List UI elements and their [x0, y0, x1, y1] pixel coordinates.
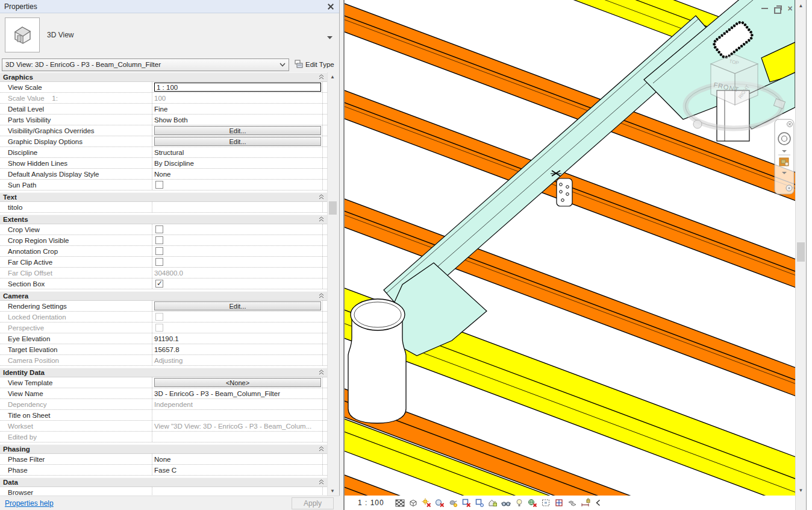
section-header: Graphics — [0, 72, 327, 82]
reveal-constraints-icon[interactable] — [579, 497, 592, 508]
section-label: Camera — [3, 292, 28, 300]
value-text[interactable]: View "3D View: 3D - EnricoG - P3 - Beam_… — [154, 423, 311, 430]
checkbox[interactable] — [155, 313, 163, 321]
scrollbar-thumb[interactable] — [797, 242, 805, 262]
collapse-icon[interactable] — [319, 479, 324, 486]
show-analytical-model-icon[interactable] — [553, 497, 565, 508]
steering-wheel-icon[interactable] — [778, 133, 790, 145]
type-dropdown-icon[interactable] — [326, 34, 333, 41]
checkbox[interactable] — [155, 236, 163, 244]
value-text[interactable]: 3D - EnricoG - P3 - Beam_Column_Filter — [154, 390, 280, 397]
value-text[interactable]: 100 — [154, 95, 166, 102]
property-name: Locked Orientation — [0, 312, 152, 322]
value-button[interactable]: Edit... — [154, 137, 321, 146]
temporary-view-properties-icon[interactable] — [540, 497, 552, 508]
apply-button[interactable]: Apply — [292, 497, 334, 509]
temporary-hide-isolate-icon[interactable] — [500, 497, 512, 508]
property-name: Rendering Settings — [0, 301, 152, 311]
shadows-icon[interactable] — [434, 497, 446, 508]
worksharing-display-icon[interactable] — [526, 497, 539, 508]
collapse-icon[interactable] — [319, 445, 324, 453]
property-name: Visibility/Graphics Overrides — [0, 125, 152, 136]
property-value — [152, 246, 323, 256]
detail-level-icon[interactable] — [407, 497, 419, 508]
properties-help-link[interactable]: Properties help — [5, 499, 54, 508]
checkbox[interactable] — [155, 324, 163, 332]
property-row: Crop View — [0, 224, 327, 235]
navigation-bar[interactable] — [775, 119, 794, 194]
edit-type-button[interactable]: Edit Type — [292, 58, 337, 71]
render-dialog-icon[interactable] — [447, 497, 459, 508]
property-value — [152, 279, 323, 289]
value-text[interactable]: Structural — [154, 149, 184, 156]
value-text[interactable]: Adjusting — [154, 357, 183, 364]
visual-style-icon[interactable] — [394, 497, 406, 508]
value-text[interactable]: By Discipline — [154, 160, 194, 167]
column-cylinder[interactable] — [348, 299, 406, 423]
unlocked-3d-view-icon[interactable] — [487, 497, 499, 508]
checkbox[interactable] — [155, 181, 163, 189]
scroll-down-icon[interactable]: ▼ — [796, 486, 806, 495]
value-text[interactable]: Fase C — [154, 467, 176, 474]
checkbox[interactable] — [155, 258, 163, 266]
navbar-expand-icon[interactable] — [786, 185, 792, 191]
type-icon-button[interactable] — [5, 17, 40, 52]
window-close-icon[interactable]: × — [785, 5, 795, 13]
property-value: 1 : 100 — [152, 82, 323, 92]
collapse-icon[interactable] — [319, 369, 324, 376]
view-selector-combobox[interactable]: 3D View: 3D - EnricoG - P3 - Beam_Column… — [2, 58, 289, 71]
property-row: Detail LevelFine — [0, 104, 327, 115]
panel-scrollbar[interactable]: ▲ ▼ — [327, 72, 337, 496]
property-row: PhaseFase C — [0, 465, 327, 476]
crop-view-icon[interactable] — [460, 497, 472, 508]
collapse-icon[interactable] — [319, 74, 324, 81]
property-name: View Scale — [0, 82, 152, 92]
view-scale-button[interactable]: 1 : 100 — [358, 499, 384, 507]
3d-viewport[interactable]: FRONT RIGHT TOP — [345, 0, 795, 510]
value-text[interactable]: 15657.8 — [154, 346, 180, 353]
properties-titlebar[interactable]: Properties — [0, 0, 339, 13]
checkbox[interactable] — [155, 247, 163, 255]
checkbox[interactable] — [155, 280, 163, 288]
property-name: titolo — [0, 202, 152, 212]
property-row: Visibility/Graphics OverridesEdit... — [0, 125, 327, 136]
restore-down-icon[interactable] — [773, 5, 782, 13]
sun-path-icon[interactable] — [420, 497, 433, 508]
reveal-hidden-elements-icon[interactable] — [513, 497, 525, 508]
show-crop-region-icon[interactable] — [473, 497, 486, 508]
scroll-up-icon[interactable]: ▲ — [328, 72, 337, 81]
checkbox[interactable] — [155, 225, 163, 233]
value-text[interactable]: 304800.0 — [154, 269, 183, 277]
navbar-close-icon[interactable] — [787, 122, 793, 127]
scroll-up-icon[interactable]: ▲ — [796, 1, 806, 10]
viewcube-compass-node[interactable] — [693, 120, 702, 128]
property-value: None — [152, 454, 323, 464]
collapse-icon[interactable] — [319, 194, 324, 201]
collapse-icon[interactable] — [319, 216, 324, 223]
scrollbar-thumb[interactable] — [329, 201, 337, 215]
value-text[interactable]: None — [154, 456, 171, 463]
highlight-displacement-sets-icon[interactable] — [566, 497, 578, 508]
expand-bar-icon[interactable] — [593, 497, 605, 508]
scroll-down-icon[interactable]: ▼ — [328, 486, 337, 496]
collapse-icon[interactable] — [319, 292, 324, 300]
property-name: Scale Value 1: — [0, 93, 152, 103]
property-name: Discipline — [0, 147, 152, 157]
type-selector[interactable]: 3D View — [0, 13, 339, 57]
property-value — [152, 224, 323, 235]
value-text[interactable]: Fine — [154, 105, 167, 113]
viewport-scrollbar[interactable]: ▲ ▼ — [795, 0, 806, 510]
value-edit-field[interactable]: 1 : 100 — [154, 83, 321, 92]
minimize-icon[interactable] — [760, 5, 769, 13]
pan-zoom-icon[interactable] — [779, 158, 789, 166]
value-text[interactable]: Independent — [154, 401, 193, 408]
value-button[interactable]: Edit... — [154, 126, 321, 135]
value-button[interactable]: <None> — [154, 378, 321, 387]
value-text[interactable]: Show Both — [154, 116, 188, 124]
close-icon[interactable] — [326, 2, 335, 11]
property-value — [152, 323, 323, 333]
value-text[interactable]: 91190.1 — [154, 335, 179, 342]
value-button[interactable]: Edit... — [154, 301, 321, 310]
property-value — [152, 180, 323, 190]
value-text[interactable]: None — [154, 171, 171, 178]
